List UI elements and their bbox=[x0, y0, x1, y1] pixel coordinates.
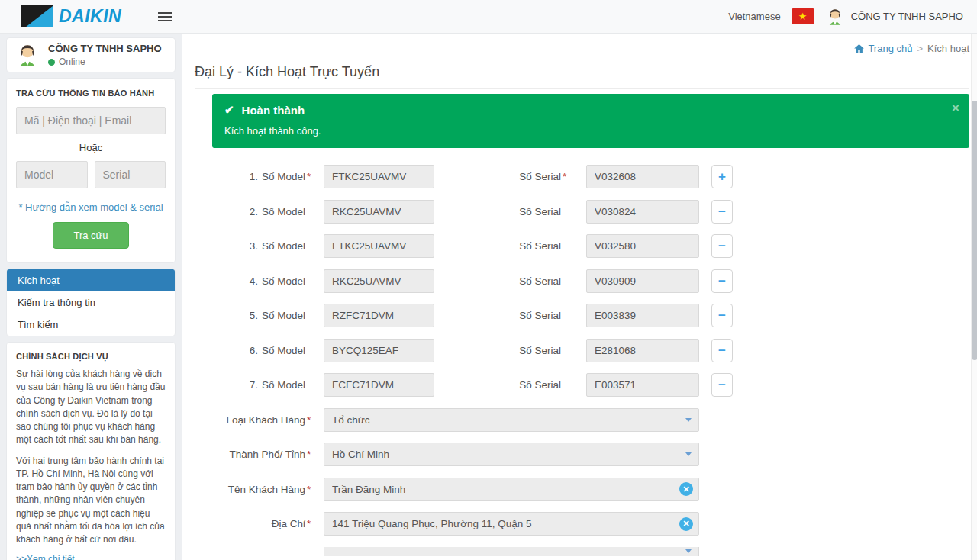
policy-paragraph: Sự hài lòng của khách hàng về dịch vụ sa… bbox=[16, 368, 166, 447]
scrollbar-thumb[interactable] bbox=[972, 101, 977, 360]
remove-row-button[interactable]: − bbox=[711, 200, 733, 224]
city-label: Thành Phố/ Tỉnh bbox=[212, 449, 305, 460]
sidebar-item-kiem-tra-thong-tin[interactable]: Kiểm tra thông tin bbox=[7, 291, 175, 314]
breadcrumb-separator: > bbox=[917, 43, 923, 54]
scrollbar-track[interactable] bbox=[971, 34, 977, 560]
serial-input[interactable] bbox=[586, 304, 699, 327]
model-label: 1.Số Model bbox=[212, 171, 305, 182]
main-content: Trang chủ > Kích hoạt Đại Lý - Kích Hoạt… bbox=[182, 34, 977, 560]
required-asterisk: * bbox=[305, 518, 314, 529]
required-asterisk: * bbox=[305, 171, 314, 182]
address-label: Địa Chỉ bbox=[212, 518, 305, 529]
remove-row-button[interactable]: − bbox=[711, 304, 733, 327]
daikin-logo-mark bbox=[21, 5, 53, 28]
lookup-model-input[interactable] bbox=[16, 161, 88, 188]
close-icon[interactable]: × bbox=[952, 101, 959, 116]
serial-input[interactable] bbox=[586, 200, 699, 224]
vietnam-flag-icon[interactable]: ★ bbox=[792, 8, 814, 24]
next-field-row-partial bbox=[212, 547, 969, 556]
lookup-search-button[interactable]: Tra cứu bbox=[53, 222, 128, 249]
policy-detail-link[interactable]: >>Xem chi tiết bbox=[16, 554, 166, 560]
address-input[interactable] bbox=[324, 512, 699, 536]
required-asterisk: * bbox=[305, 484, 314, 495]
add-row-button[interactable]: + bbox=[711, 165, 733, 188]
serial-input[interactable] bbox=[586, 269, 699, 293]
serial-label: Số Serial bbox=[434, 310, 561, 321]
chevron-down-icon bbox=[685, 549, 692, 553]
alert-message: Kích hoạt thành công. bbox=[224, 125, 957, 137]
serial-input[interactable] bbox=[586, 373, 699, 397]
city-select[interactable]: Hồ Chí Minh bbox=[324, 443, 699, 466]
service-policy-card: CHÍNH SÁCH DỊCH VỤ Sự hài lòng của khách… bbox=[6, 342, 176, 560]
brand-text: DAIKIN bbox=[59, 6, 121, 27]
breadcrumb-home-link[interactable]: Trang chủ bbox=[854, 43, 912, 54]
remove-row-button[interactable]: − bbox=[711, 234, 733, 258]
customer-name-row: Tên Khách Hàng * ✕ bbox=[212, 478, 969, 501]
serial-input[interactable] bbox=[586, 339, 699, 362]
home-icon bbox=[854, 44, 864, 53]
lookup-id-input[interactable] bbox=[16, 107, 166, 134]
activation-panel: ✔ Hoàn thành Kích hoạt thành công. × 1.S… bbox=[195, 88, 969, 556]
customer-type-row: Loại Khách Hàng * Tổ chức bbox=[212, 408, 969, 432]
breadcrumb-current: Kích hoạt bbox=[927, 43, 969, 54]
customer-type-label: Loại Khách Hàng bbox=[212, 414, 305, 426]
lookup-title: TRA CỨU THÔNG TIN BẢO HÀNH bbox=[16, 89, 166, 98]
model-input[interactable] bbox=[324, 339, 434, 362]
policy-title: CHÍNH SÁCH DỊCH VỤ bbox=[16, 352, 166, 361]
account-menu[interactable]: CÔNG TY TNHH SAPHO bbox=[825, 7, 963, 27]
serial-label: Số Serial bbox=[434, 171, 561, 182]
model-serial-guide-link[interactable]: * Hướng dẫn xem model & serial bbox=[16, 201, 166, 213]
model-serial-row: 7.Số Model Số Serial − bbox=[212, 373, 969, 397]
check-icon: ✔ bbox=[224, 103, 234, 117]
lookup-serial-input[interactable] bbox=[95, 161, 166, 188]
chevron-down-icon bbox=[685, 452, 692, 456]
model-input[interactable] bbox=[324, 304, 434, 327]
serial-input[interactable] bbox=[586, 165, 699, 188]
clear-input-icon[interactable]: ✕ bbox=[679, 482, 693, 496]
model-input[interactable] bbox=[324, 200, 434, 224]
model-serial-row: 4.Số Model Số Serial − bbox=[212, 269, 969, 293]
avatar bbox=[825, 7, 845, 27]
remove-row-button[interactable]: − bbox=[711, 339, 733, 362]
customer-name-input[interactable] bbox=[324, 478, 699, 501]
avatar bbox=[15, 42, 40, 68]
model-serial-row: 2.Số Model Số Serial − bbox=[212, 200, 969, 224]
account-name: CÔNG TY TNHH SAPHO bbox=[851, 11, 963, 22]
serial-label: Số Serial bbox=[434, 206, 561, 217]
model-serial-rows: 1.Số Model * Số Serial * + bbox=[212, 165, 969, 397]
daikin-logo[interactable]: DAIKIN bbox=[21, 5, 121, 28]
model-label: 6.Số Model bbox=[212, 345, 305, 356]
model-serial-row: 3.Số Model Số Serial − bbox=[212, 234, 969, 258]
serial-input[interactable] bbox=[586, 234, 699, 258]
model-serial-row: 1.Số Model * Số Serial * + bbox=[212, 165, 969, 188]
sidebar-item-kich-hoat[interactable]: Kích hoạt bbox=[7, 269, 175, 291]
sidebar-menu: Kích hoạt Kiểm tra thông tin Tìm kiếm bbox=[6, 269, 176, 336]
address-row: Địa Chỉ * ✕ bbox=[212, 512, 969, 536]
sidebar-user-card: CÔNG TY TNHH SAPHO Online bbox=[6, 37, 176, 72]
model-label: 3.Số Model bbox=[212, 240, 305, 252]
model-input[interactable] bbox=[324, 269, 434, 293]
success-alert: ✔ Hoàn thành Kích hoạt thành công. × bbox=[212, 94, 969, 148]
page-title: Đại Lý - Kích Hoạt Trực Tuyến bbox=[195, 64, 969, 80]
menu-toggle-icon[interactable] bbox=[158, 10, 172, 24]
customer-type-select[interactable]: Tổ chức bbox=[324, 408, 699, 432]
sidebar: CÔNG TY TNHH SAPHO Online TRA CỨU THÔNG … bbox=[0, 34, 182, 560]
partial-select[interactable] bbox=[324, 547, 699, 556]
model-input[interactable] bbox=[324, 234, 434, 258]
remove-row-button[interactable]: − bbox=[711, 373, 733, 397]
sidebar-item-tim-kiem[interactable]: Tìm kiếm bbox=[7, 314, 175, 336]
model-input[interactable] bbox=[324, 165, 434, 188]
warranty-lookup-card: TRA CỨU THÔNG TIN BẢO HÀNH Hoặc * Hướng … bbox=[6, 78, 176, 263]
model-input[interactable] bbox=[324, 373, 434, 397]
policy-paragraph: Với hai trung tâm bảo hành chính tại TP.… bbox=[16, 455, 166, 547]
breadcrumb: Trang chủ > Kích hoạt bbox=[195, 43, 969, 54]
remove-row-button[interactable]: − bbox=[711, 269, 733, 293]
serial-label: Số Serial bbox=[434, 240, 561, 252]
clear-input-icon[interactable]: ✕ bbox=[679, 517, 693, 531]
alert-title: Hoàn thành bbox=[242, 104, 305, 117]
model-serial-row: 5.Số Model Số Serial − bbox=[212, 304, 969, 327]
model-label: 2.Số Model bbox=[212, 206, 305, 217]
required-asterisk: * bbox=[305, 449, 314, 460]
language-selector[interactable]: Vietnamese bbox=[728, 11, 780, 22]
online-status: Online bbox=[48, 56, 162, 67]
